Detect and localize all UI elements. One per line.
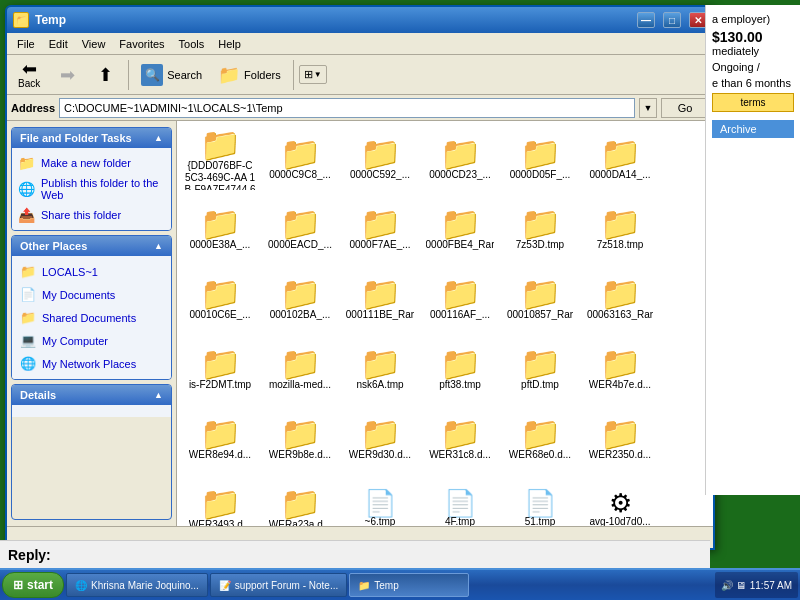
folders-button[interactable]: 📁 Folders [211, 61, 288, 89]
forward-button[interactable]: ➡ [49, 63, 85, 87]
folder-icon: 📁 [280, 137, 320, 169]
file-item[interactable]: 📁 7z518.tmp [581, 195, 659, 263]
terms-button[interactable]: terms [712, 93, 794, 112]
address-dropdown[interactable]: ▼ [639, 98, 657, 118]
address-bar: Address ▼ Go [7, 95, 713, 121]
address-input[interactable] [59, 98, 635, 118]
file-label: WER9b8e.d... [269, 449, 331, 461]
search-label: Search [167, 69, 202, 81]
file-item[interactable]: 📁 is-F2DMT.tmp [181, 335, 259, 403]
file-label: 0000EACD_... [268, 239, 332, 251]
back-label: Back [18, 78, 40, 89]
file-item[interactable]: 📁 00010857_Rar [501, 265, 579, 333]
menu-favorites[interactable]: Favorites [113, 36, 170, 52]
details-header[interactable]: Details ▲ [12, 385, 171, 405]
file-item[interactable]: 📁 00010C6E_... [181, 265, 259, 333]
folder-icon: 📁 [600, 417, 640, 449]
file-item[interactable]: 📁 WER31c8.d... [421, 405, 499, 473]
file-item[interactable]: 📁 WER2350.d... [581, 405, 659, 473]
doc-icon: 📄 [524, 490, 556, 516]
menu-file[interactable]: File [11, 36, 41, 52]
file-item[interactable]: 📄 4F.tmp [421, 475, 499, 526]
back-button[interactable]: ⬅ Back [11, 57, 47, 92]
doc-icon: 📄 [444, 490, 476, 516]
archive-button[interactable]: Archive [712, 120, 794, 138]
file-item[interactable]: 📁 nsk6A.tmp [341, 335, 419, 403]
taskbar-item-notepad[interactable]: 📝 support Forum - Note... [210, 573, 347, 597]
minimize-button[interactable]: — [637, 12, 655, 28]
start-button[interactable]: ⊞ start [2, 572, 64, 598]
file-item[interactable]: 📁 WER9d30.d... [341, 405, 419, 473]
menu-view[interactable]: View [76, 36, 112, 52]
systray-icons: 🔊 🖥 [721, 580, 746, 591]
file-item[interactable]: 📁 00063163_Rar [581, 265, 659, 333]
systray: 🔊 🖥 11:57 AM [715, 572, 798, 598]
file-item[interactable]: 📁 0000C592_... [341, 125, 419, 193]
file-label: is-F2DMT.tmp [189, 379, 251, 391]
go-button[interactable]: Go [661, 98, 709, 118]
file-item[interactable]: 📁 pftD.tmp [501, 335, 579, 403]
file-item[interactable]: 📁 WER3493.d... [181, 475, 259, 526]
taskbar: ⊞ start 🌐 Khrisna Marie Joquino... 📝 sup… [0, 568, 800, 600]
taskbar-item-temp[interactable]: 📁 Temp [349, 573, 469, 597]
folder-icon: 📁 [280, 347, 320, 379]
make-new-folder-link[interactable]: 📁 Make a new folder [16, 154, 167, 172]
file-item[interactable]: 📁 000102BA_... [261, 265, 339, 333]
file-item[interactable]: 📁 000111BE_Rar [341, 265, 419, 333]
file-label: 0000FBE4_Rar [426, 239, 495, 251]
views-dropdown-arrow: ▼ [314, 70, 322, 79]
maximize-button[interactable]: □ [663, 12, 681, 28]
file-label: 51.tmp [525, 516, 556, 526]
folder-icon: 📁 [440, 137, 480, 169]
folder-icon: 📁 [520, 137, 560, 169]
file-item[interactable]: 📁 mozilla-med... [261, 335, 339, 403]
my-computer-icon: 💻 [20, 333, 36, 348]
file-item[interactable]: 📁 0000D05F_... [501, 125, 579, 193]
share-folder-link[interactable]: 📤 Share this folder [16, 206, 167, 224]
file-item[interactable]: 📁 0000DA14_... [581, 125, 659, 193]
file-item[interactable]: 📁 WER68e0.d... [501, 405, 579, 473]
file-item[interactable]: 📁 0000CD23_... [421, 125, 499, 193]
folder-icon: 📁 [360, 277, 400, 309]
taskbar-item-browser[interactable]: 🌐 Khrisna Marie Joquino... [66, 573, 208, 597]
publish-folder-link[interactable]: 🌐 Publish this folder to the Web [16, 176, 167, 202]
file-label: WER4b7e.d... [589, 379, 651, 391]
file-item[interactable]: 📁 0000FBE4_Rar [421, 195, 499, 263]
folder-icon: 📁 [520, 277, 560, 309]
menu-edit[interactable]: Edit [43, 36, 74, 52]
search-button[interactable]: 🔍 Search [134, 61, 209, 89]
views-button[interactable]: ⊞ ▼ [299, 65, 327, 84]
file-item[interactable]: 📁 0000F7AE_... [341, 195, 419, 263]
menu-help[interactable]: Help [212, 36, 247, 52]
my-computer-link[interactable]: 💻 My Computer [16, 331, 167, 350]
file-item[interactable]: 📁 0000E38A_... [181, 195, 259, 263]
file-item[interactable]: 📄 51.tmp [501, 475, 579, 526]
file-item[interactable]: 📁 7z53D.tmp [501, 195, 579, 263]
file-item[interactable]: 📄 ~6.tmp [341, 475, 419, 526]
details-label: Details [20, 389, 56, 401]
file-item[interactable]: 📁 WERa23a.d... [261, 475, 339, 526]
other-places-header[interactable]: Other Places ▲ [12, 236, 171, 256]
menu-tools[interactable]: Tools [173, 36, 211, 52]
file-item[interactable]: ⚙ avg-10d7d0... [581, 475, 659, 526]
file-item[interactable]: 📁 0000EACD_... [261, 195, 339, 263]
shared-documents-link[interactable]: 📁 Shared Documents [16, 308, 167, 327]
right-employer: a employer) [712, 13, 794, 25]
file-item[interactable]: 📁 WER8e94.d... [181, 405, 259, 473]
my-documents-link[interactable]: 📄 My Documents [16, 285, 167, 304]
locals-link[interactable]: 📁 LOCALS~1 [16, 262, 167, 281]
up-button[interactable]: ⬆ [87, 63, 123, 87]
file-item[interactable]: 📁 0000C9C8_... [261, 125, 339, 193]
my-computer-label: My Computer [42, 335, 108, 347]
file-item[interactable]: 📁 000116AF_... [421, 265, 499, 333]
folder-icon: 📁 [360, 137, 400, 169]
my-network-link[interactable]: 🌐 My Network Places [16, 354, 167, 373]
file-item[interactable]: 📁 WER9b8e.d... [261, 405, 339, 473]
file-label: 0000F7AE_... [349, 239, 410, 251]
file-item[interactable]: 📁 {DDD076BF-C 5C3-469C-AA 1B-F9A7E4744 6… [181, 125, 259, 193]
file-folder-tasks-header[interactable]: File and Folder Tasks ▲ [12, 128, 171, 148]
file-item[interactable]: 📁 WER4b7e.d... [581, 335, 659, 403]
file-item[interactable]: 📁 pft38.tmp [421, 335, 499, 403]
file-label: 7z53D.tmp [516, 239, 564, 251]
file-label: 00063163_Rar [587, 309, 653, 321]
